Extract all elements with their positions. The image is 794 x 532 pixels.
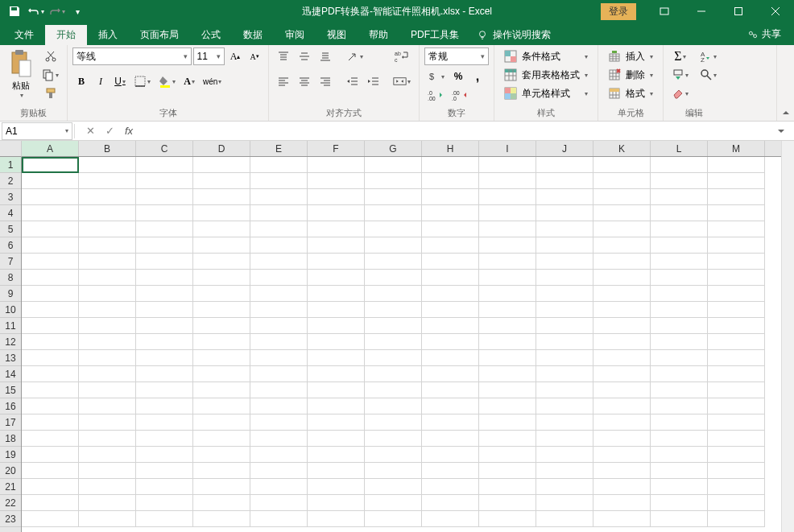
cell[interactable]	[651, 431, 708, 447]
cell[interactable]	[250, 479, 308, 495]
cell[interactable]	[365, 382, 422, 398]
cell[interactable]	[22, 221, 79, 237]
cell[interactable]	[22, 431, 79, 447]
cell[interactable]	[22, 173, 79, 189]
cell[interactable]	[708, 205, 765, 221]
cancel-formula-button[interactable]: ✕	[81, 125, 99, 137]
cell[interactable]	[193, 286, 250, 302]
qat-customize-button[interactable]: ▾	[68, 2, 87, 21]
cell[interactable]	[593, 414, 651, 431]
cell[interactable]	[22, 414, 79, 431]
cell[interactable]	[79, 366, 136, 382]
enter-formula-button[interactable]: ✓	[101, 125, 118, 137]
cell[interactable]	[22, 205, 79, 221]
cell[interactable]	[593, 511, 651, 527]
insert-function-button[interactable]: fx	[120, 125, 138, 137]
cell[interactable]	[651, 447, 708, 463]
italic-button[interactable]: I	[92, 72, 110, 90]
cell[interactable]	[593, 382, 651, 398]
maximize-button[interactable]	[720, 0, 757, 23]
cell[interactable]	[651, 173, 708, 189]
align-right-button[interactable]	[316, 72, 335, 90]
ribbon-display-button[interactable]	[646, 0, 683, 23]
cell[interactable]	[708, 237, 765, 254]
cell[interactable]	[593, 447, 651, 463]
row-header[interactable]: 22	[0, 495, 21, 511]
increase-font-button[interactable]: A▴	[226, 47, 244, 65]
cell[interactable]	[536, 334, 593, 350]
cell[interactable]	[479, 221, 536, 237]
decrease-indent-button[interactable]	[343, 72, 362, 90]
cell[interactable]	[136, 334, 193, 350]
cell[interactable]	[308, 431, 365, 447]
cell[interactable]	[136, 157, 193, 173]
cell[interactable]	[422, 205, 479, 221]
tab-help[interactable]: 帮助	[358, 25, 399, 45]
align-left-button[interactable]	[274, 72, 293, 90]
row-header[interactable]: 21	[0, 479, 21, 495]
row-header[interactable]: 15	[0, 382, 21, 398]
align-top-button[interactable]	[274, 47, 293, 65]
cell[interactable]	[536, 254, 593, 270]
cell[interactable]	[536, 414, 593, 431]
cell[interactable]	[479, 398, 536, 414]
cell[interactable]	[422, 270, 479, 286]
cell[interactable]	[651, 511, 708, 527]
cell[interactable]	[193, 414, 250, 431]
cell[interactable]	[422, 447, 479, 463]
cell[interactable]	[422, 318, 479, 334]
cell[interactable]	[708, 270, 765, 286]
row-header[interactable]: 2	[0, 173, 21, 189]
cell[interactable]	[365, 414, 422, 431]
cell[interactable]	[479, 318, 536, 334]
cell[interactable]	[79, 447, 136, 463]
align-center-button[interactable]	[295, 72, 314, 90]
cell[interactable]	[79, 221, 136, 237]
cell[interactable]	[22, 398, 79, 414]
cell[interactable]	[536, 205, 593, 221]
cell[interactable]	[651, 157, 708, 173]
redo-button[interactable]: ▾	[47, 2, 66, 21]
tab-pdf-tools[interactable]: PDF工具集	[399, 25, 470, 45]
cell[interactable]	[422, 189, 479, 205]
cell[interactable]	[193, 173, 250, 189]
cell[interactable]	[479, 270, 536, 286]
formula-input[interactable]	[144, 122, 776, 140]
cell[interactable]	[365, 511, 422, 527]
row-header[interactable]: 18	[0, 431, 21, 447]
cell[interactable]	[365, 254, 422, 270]
cell[interactable]	[308, 205, 365, 221]
cell[interactable]	[536, 318, 593, 334]
cell[interactable]	[708, 157, 765, 173]
cell[interactable]	[250, 318, 308, 334]
cell[interactable]	[536, 447, 593, 463]
signin-button[interactable]: 登录	[601, 3, 636, 20]
cell[interactable]	[422, 334, 479, 350]
cell[interactable]	[593, 366, 651, 382]
wrap-text-button[interactable]: abc	[390, 47, 414, 65]
cell[interactable]	[365, 479, 422, 495]
expand-formula-bar-button[interactable]	[776, 126, 794, 136]
cell[interactable]	[708, 302, 765, 318]
cell[interactable]	[250, 173, 308, 189]
cell[interactable]	[479, 447, 536, 463]
cell[interactable]	[79, 205, 136, 221]
column-header[interactable]: H	[422, 141, 479, 156]
cell[interactable]	[479, 350, 536, 366]
decrease-decimal-button[interactable]: .00.0	[449, 86, 471, 104]
column-header[interactable]: K	[593, 141, 651, 156]
cell[interactable]	[250, 382, 308, 398]
cell[interactable]	[422, 173, 479, 189]
tab-file[interactable]: 文件	[3, 25, 45, 45]
cell[interactable]	[193, 237, 250, 254]
cell[interactable]	[651, 189, 708, 205]
cell[interactable]	[651, 270, 708, 286]
cell[interactable]	[422, 463, 479, 479]
row-header[interactable]: 6	[0, 237, 21, 254]
cell[interactable]	[79, 302, 136, 318]
cell[interactable]	[193, 511, 250, 527]
cell[interactable]	[422, 479, 479, 495]
cell[interactable]	[22, 189, 79, 205]
cell[interactable]	[193, 350, 250, 366]
cell[interactable]	[593, 302, 651, 318]
